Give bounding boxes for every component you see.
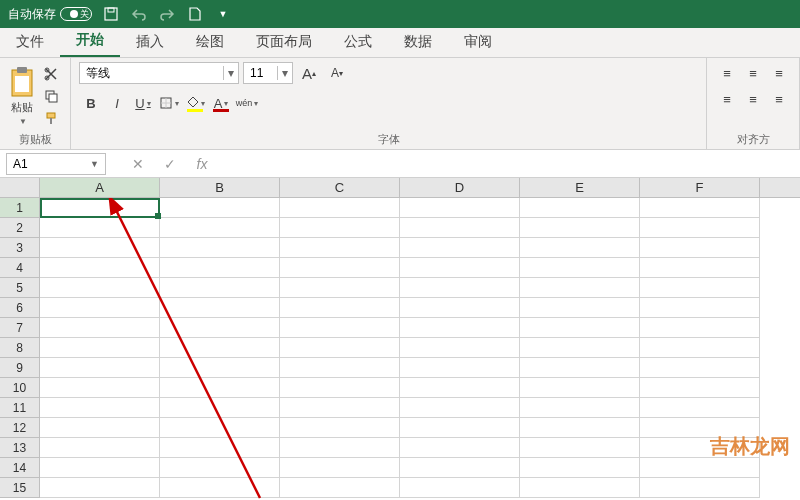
cell[interactable] [400,238,520,258]
cell[interactable] [160,218,280,238]
cell[interactable] [640,398,760,418]
col-header-b[interactable]: B [160,178,280,197]
row-header[interactable]: 13 [0,438,40,458]
cell[interactable] [520,318,640,338]
redo-icon[interactable] [158,5,176,23]
cell[interactable] [640,298,760,318]
cell[interactable] [640,238,760,258]
cell[interactable] [640,198,760,218]
cell[interactable] [280,418,400,438]
cell[interactable] [40,298,160,318]
cell[interactable] [400,318,520,338]
cell[interactable] [160,198,280,218]
fill-color-button[interactable]: ▾ [183,92,207,114]
cell[interactable] [280,218,400,238]
paste-button[interactable]: 粘贴 ▼ [8,66,36,126]
cell[interactable] [40,338,160,358]
cell[interactable] [640,258,760,278]
format-painter-button[interactable] [40,108,62,128]
tab-formulas[interactable]: 公式 [328,27,388,57]
cell[interactable] [400,278,520,298]
cell[interactable] [280,238,400,258]
row-header[interactable]: 6 [0,298,40,318]
row-header[interactable]: 14 [0,458,40,478]
cell[interactable] [160,418,280,438]
cell[interactable] [280,318,400,338]
row-header[interactable]: 4 [0,258,40,278]
col-header-f[interactable]: F [640,178,760,197]
toggle-switch[interactable]: 关 [60,7,92,21]
cell[interactable] [40,318,160,338]
cell[interactable] [400,198,520,218]
tab-insert[interactable]: 插入 [120,27,180,57]
tab-draw[interactable]: 绘图 [180,27,240,57]
cell[interactable] [640,478,760,498]
cell[interactable] [520,478,640,498]
cell[interactable] [640,358,760,378]
italic-button[interactable]: I [105,92,129,114]
cell[interactable] [280,458,400,478]
cell[interactable] [160,458,280,478]
align-left-button[interactable]: ≡ [715,88,739,110]
cell[interactable] [400,258,520,278]
cell[interactable] [640,458,760,478]
col-header-e[interactable]: E [520,178,640,197]
tab-data[interactable]: 数据 [388,27,448,57]
cell[interactable] [40,198,160,218]
underline-button[interactable]: U▾ [131,92,155,114]
cell[interactable] [520,458,640,478]
cell[interactable] [520,238,640,258]
cell[interactable] [160,438,280,458]
cell[interactable] [280,478,400,498]
cell[interactable] [280,438,400,458]
cell[interactable] [160,278,280,298]
cell[interactable] [40,458,160,478]
tab-home[interactable]: 开始 [60,25,120,57]
align-right-button[interactable]: ≡ [767,88,791,110]
cell[interactable] [520,358,640,378]
cell[interactable] [280,398,400,418]
confirm-formula-button[interactable]: ✓ [158,156,182,172]
cell[interactable] [40,218,160,238]
cell[interactable] [40,378,160,398]
cell[interactable] [280,358,400,378]
cell[interactable] [640,318,760,338]
font-name-dropdown[interactable]: 等线 ▾ [79,62,239,84]
row-header[interactable]: 11 [0,398,40,418]
cell[interactable] [160,358,280,378]
cell[interactable] [520,418,640,438]
cell[interactable] [640,278,760,298]
row-header[interactable]: 7 [0,318,40,338]
cell[interactable] [280,198,400,218]
cell[interactable] [40,438,160,458]
decrease-font-button[interactable]: A▾ [325,62,349,84]
cell[interactable] [400,298,520,318]
row-header[interactable]: 2 [0,218,40,238]
cell[interactable] [160,478,280,498]
copy-button[interactable] [40,86,62,106]
font-size-dropdown[interactable]: 11 ▾ [243,62,293,84]
row-header[interactable]: 10 [0,378,40,398]
cell[interactable] [160,398,280,418]
align-middle-button[interactable]: ≡ [741,62,765,84]
cell[interactable] [640,378,760,398]
cell[interactable] [40,418,160,438]
cell[interactable] [520,438,640,458]
new-file-icon[interactable] [186,5,204,23]
col-header-c[interactable]: C [280,178,400,197]
row-header[interactable]: 9 [0,358,40,378]
cell[interactable] [400,218,520,238]
align-bottom-button[interactable]: ≡ [767,62,791,84]
font-color-button[interactable]: A▾ [209,92,233,114]
cell[interactable] [400,358,520,378]
phonetic-button[interactable]: wén▾ [235,92,259,114]
save-icon[interactable] [102,5,120,23]
cell[interactable] [160,378,280,398]
cell[interactable] [400,398,520,418]
cell[interactable] [400,418,520,438]
undo-icon[interactable] [130,5,148,23]
cut-button[interactable] [40,64,62,84]
cell[interactable] [40,358,160,378]
name-box[interactable]: A1 ▼ [6,153,106,175]
align-top-button[interactable]: ≡ [715,62,739,84]
